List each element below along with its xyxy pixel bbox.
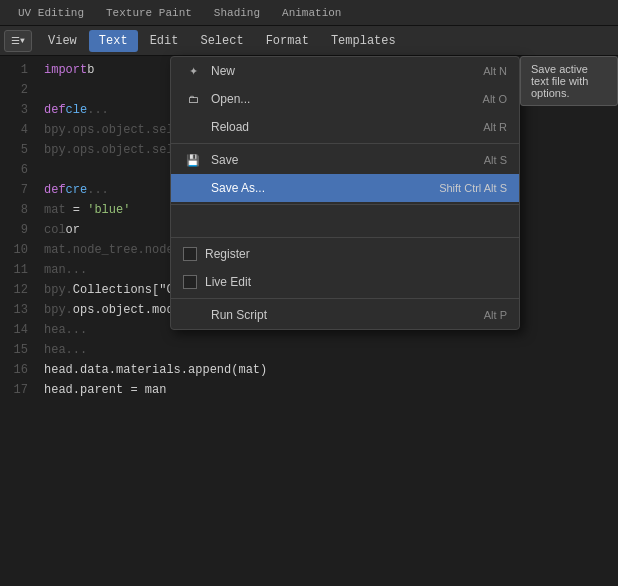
- reload-icon: [183, 117, 203, 137]
- divider-3: [171, 237, 519, 238]
- register-checkbox[interactable]: [183, 247, 197, 261]
- open-label: Open...: [211, 92, 483, 106]
- code-line-17: head.parent = man: [44, 380, 610, 400]
- open-shortcut: Alt O: [483, 93, 507, 105]
- save-as-label: Save As...: [211, 181, 439, 195]
- divider-1: [171, 143, 519, 144]
- editor-icon: ☰: [11, 35, 20, 47]
- menu-register[interactable]: Register: [171, 240, 519, 268]
- menu-open[interactable]: 🗀 Open... Alt O: [171, 85, 519, 113]
- menu-select[interactable]: Select: [190, 30, 253, 52]
- save-as-shortcut: Shift Ctrl Alt S: [439, 182, 507, 194]
- new-icon: ✦: [183, 61, 203, 81]
- new-shortcut: Alt N: [483, 65, 507, 77]
- text-menu-dropdown: ✦ New Alt N 🗀 Open... Alt O Reload Alt R…: [170, 56, 520, 330]
- menubar: ☰ ▼ View Text Edit Select Format Templat…: [0, 26, 618, 56]
- save-shortcut: Alt S: [484, 154, 507, 166]
- dropdown-arrow: ▼: [20, 36, 25, 45]
- editor-type-button[interactable]: ☰ ▼: [4, 30, 32, 52]
- menu-view[interactable]: View: [38, 30, 87, 52]
- run-script-label: Run Script: [211, 308, 484, 322]
- live-edit-label: Live Edit: [205, 275, 507, 289]
- divider-2: [171, 204, 519, 205]
- save-label: Save: [211, 153, 484, 167]
- tab-animation[interactable]: Animation: [272, 4, 351, 22]
- tab-texture-paint[interactable]: Texture Paint: [96, 4, 202, 22]
- register-label: Register: [205, 247, 507, 261]
- menu-templates[interactable]: Templates: [321, 30, 406, 52]
- menu-new[interactable]: ✦ New Alt N: [171, 57, 519, 85]
- code-line-16: head.data.materials.append(mat): [44, 360, 610, 380]
- new-label: New: [211, 64, 483, 78]
- save-icon: 💾: [183, 150, 203, 170]
- menu-save-as[interactable]: Save As... Shift Ctrl Alt S: [171, 174, 519, 202]
- menu-format[interactable]: Format: [256, 30, 319, 52]
- reload-label: Reload: [211, 120, 483, 134]
- menu-run-script[interactable]: Run Script Alt P: [171, 301, 519, 329]
- open-icon: 🗀: [183, 89, 203, 109]
- menu-make-internal[interactable]: [171, 207, 519, 235]
- menu-live-edit[interactable]: Live Edit: [171, 268, 519, 296]
- save-as-icon: [183, 178, 203, 198]
- tab-shading[interactable]: Shading: [204, 4, 270, 22]
- dropdown-panel: ✦ New Alt N 🗀 Open... Alt O Reload Alt R…: [170, 56, 520, 330]
- divider-4: [171, 298, 519, 299]
- menu-text[interactable]: Text: [89, 30, 138, 52]
- reload-shortcut: Alt R: [483, 121, 507, 133]
- menu-save[interactable]: 💾 Save Alt S: [171, 146, 519, 174]
- line-numbers: 1234567891011121314151617: [0, 56, 36, 586]
- code-line-15: hea...: [44, 340, 610, 360]
- save-as-tooltip: Save active text file with options.: [520, 56, 618, 106]
- run-script-shortcut: Alt P: [484, 309, 507, 321]
- tooltip-text: Save active text file with options.: [531, 63, 588, 99]
- menu-reload[interactable]: Reload Alt R: [171, 113, 519, 141]
- run-script-icon: [183, 305, 203, 325]
- live-edit-checkbox[interactable]: [183, 275, 197, 289]
- workspace-tabs-bar: UV Editing Texture Paint Shading Animati…: [0, 0, 618, 26]
- tab-uv-editing[interactable]: UV Editing: [8, 4, 94, 22]
- menu-edit[interactable]: Edit: [140, 30, 189, 52]
- make-internal-icon: [183, 211, 203, 231]
